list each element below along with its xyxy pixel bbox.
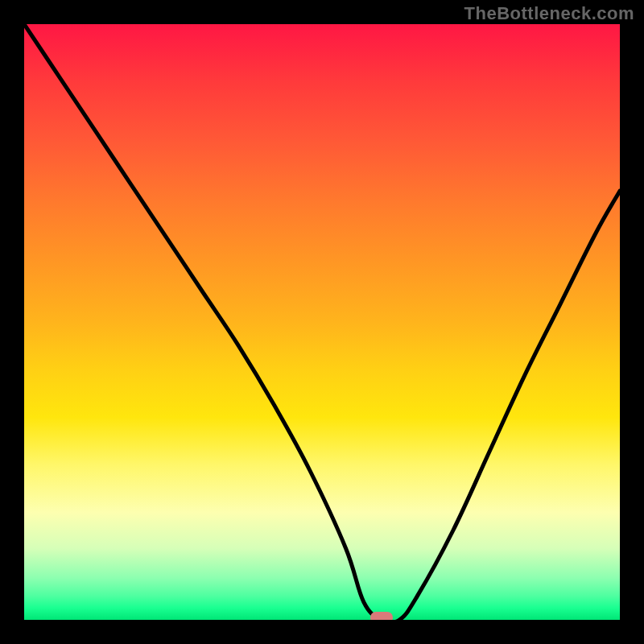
bottleneck-marker (370, 612, 393, 620)
bottleneck-curve (24, 24, 620, 620)
watermark-text: TheBottleneck.com (464, 3, 634, 24)
plot-frame (24, 24, 620, 620)
chart-container: TheBottleneck.com (0, 0, 644, 644)
